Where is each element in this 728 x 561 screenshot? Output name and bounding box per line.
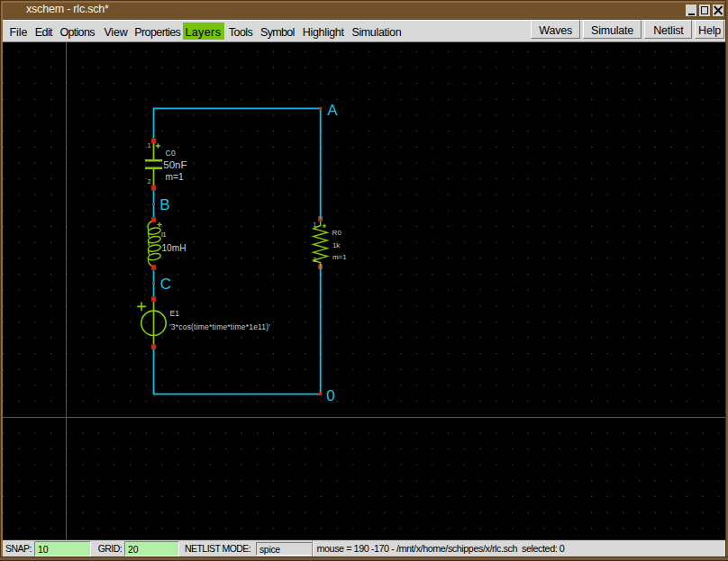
svg-text:2: 2: [148, 178, 151, 185]
svg-text:50nF: 50nF: [163, 159, 187, 170]
svg-text:R0: R0: [332, 229, 341, 237]
svg-text:A: A: [327, 102, 338, 119]
svg-text:2: 2: [314, 257, 317, 263]
svg-text:C: C: [160, 276, 171, 293]
svg-text:m=1: m=1: [332, 253, 347, 261]
svg-text:B: B: [159, 196, 169, 213]
svg-text:C0: C0: [166, 149, 176, 158]
svg-text:10mH: 10mH: [161, 243, 186, 253]
svg-text:'3*cos(time*time*time*1e11)': '3*cos(time*time*time*1e11)': [169, 322, 270, 331]
svg-text:1k: 1k: [332, 241, 341, 249]
svg-text:m=1: m=1: [166, 172, 184, 182]
svg-text:0: 0: [326, 387, 334, 404]
svg-text:1: 1: [314, 222, 317, 228]
svg-text:1: 1: [148, 142, 151, 149]
svg-text:E1: E1: [170, 309, 180, 318]
